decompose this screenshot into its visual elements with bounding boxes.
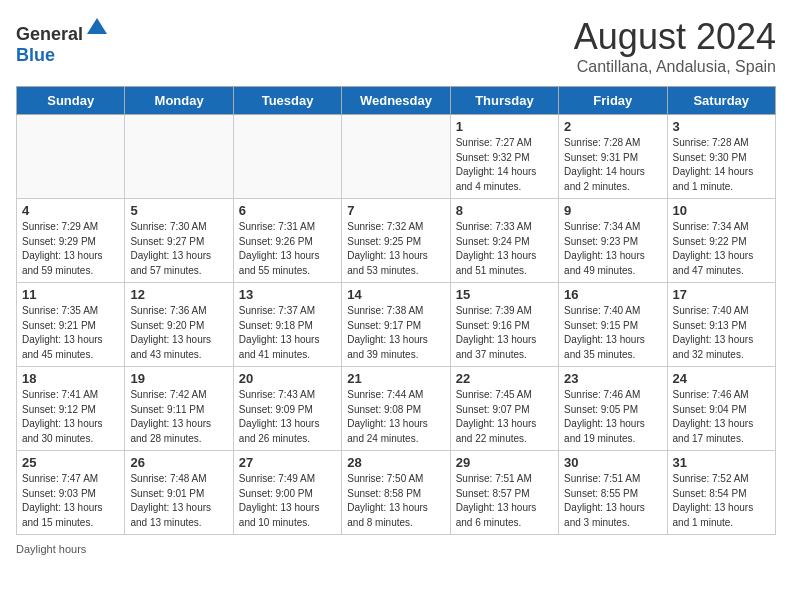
calendar-cell: 22Sunrise: 7:45 AM Sunset: 9:07 PM Dayli… <box>450 367 558 451</box>
day-number: 19 <box>130 371 227 386</box>
day-number: 10 <box>673 203 770 218</box>
calendar-cell: 28Sunrise: 7:50 AM Sunset: 8:58 PM Dayli… <box>342 451 450 535</box>
day-number: 23 <box>564 371 661 386</box>
calendar-cell: 12Sunrise: 7:36 AM Sunset: 9:20 PM Dayli… <box>125 283 233 367</box>
calendar-day-header: Thursday <box>450 87 558 115</box>
calendar-cell: 26Sunrise: 7:48 AM Sunset: 9:01 PM Dayli… <box>125 451 233 535</box>
day-info: Sunrise: 7:30 AM Sunset: 9:27 PM Dayligh… <box>130 220 227 278</box>
calendar-cell: 27Sunrise: 7:49 AM Sunset: 9:00 PM Dayli… <box>233 451 341 535</box>
title-section: August 2024 Cantillana, Andalusia, Spain <box>574 16 776 76</box>
day-number: 5 <box>130 203 227 218</box>
calendar-day-header: Wednesday <box>342 87 450 115</box>
day-number: 15 <box>456 287 553 302</box>
day-number: 12 <box>130 287 227 302</box>
location: Cantillana, Andalusia, Spain <box>574 58 776 76</box>
day-info: Sunrise: 7:51 AM Sunset: 8:55 PM Dayligh… <box>564 472 661 530</box>
calendar-week-row: 1Sunrise: 7:27 AM Sunset: 9:32 PM Daylig… <box>17 115 776 199</box>
day-number: 20 <box>239 371 336 386</box>
calendar-cell: 5Sunrise: 7:30 AM Sunset: 9:27 PM Daylig… <box>125 199 233 283</box>
day-info: Sunrise: 7:38 AM Sunset: 9:17 PM Dayligh… <box>347 304 444 362</box>
calendar-cell: 14Sunrise: 7:38 AM Sunset: 9:17 PM Dayli… <box>342 283 450 367</box>
logo-general: General <box>16 24 83 44</box>
calendar-cell: 31Sunrise: 7:52 AM Sunset: 8:54 PM Dayli… <box>667 451 775 535</box>
day-info: Sunrise: 7:36 AM Sunset: 9:20 PM Dayligh… <box>130 304 227 362</box>
day-info: Sunrise: 7:33 AM Sunset: 9:24 PM Dayligh… <box>456 220 553 278</box>
day-info: Sunrise: 7:41 AM Sunset: 9:12 PM Dayligh… <box>22 388 119 446</box>
calendar-cell: 30Sunrise: 7:51 AM Sunset: 8:55 PM Dayli… <box>559 451 667 535</box>
day-number: 4 <box>22 203 119 218</box>
day-number: 29 <box>456 455 553 470</box>
day-number: 27 <box>239 455 336 470</box>
calendar-day-header: Monday <box>125 87 233 115</box>
day-info: Sunrise: 7:43 AM Sunset: 9:09 PM Dayligh… <box>239 388 336 446</box>
calendar-cell: 17Sunrise: 7:40 AM Sunset: 9:13 PM Dayli… <box>667 283 775 367</box>
calendar-week-row: 18Sunrise: 7:41 AM Sunset: 9:12 PM Dayli… <box>17 367 776 451</box>
day-number: 9 <box>564 203 661 218</box>
calendar-day-header: Friday <box>559 87 667 115</box>
day-info: Sunrise: 7:37 AM Sunset: 9:18 PM Dayligh… <box>239 304 336 362</box>
day-number: 6 <box>239 203 336 218</box>
calendar-cell: 4Sunrise: 7:29 AM Sunset: 9:29 PM Daylig… <box>17 199 125 283</box>
calendar-cell: 13Sunrise: 7:37 AM Sunset: 9:18 PM Dayli… <box>233 283 341 367</box>
month-year: August 2024 <box>574 16 776 58</box>
day-number: 25 <box>22 455 119 470</box>
calendar-cell: 20Sunrise: 7:43 AM Sunset: 9:09 PM Dayli… <box>233 367 341 451</box>
day-info: Sunrise: 7:31 AM Sunset: 9:26 PM Dayligh… <box>239 220 336 278</box>
day-info: Sunrise: 7:48 AM Sunset: 9:01 PM Dayligh… <box>130 472 227 530</box>
calendar-cell: 19Sunrise: 7:42 AM Sunset: 9:11 PM Dayli… <box>125 367 233 451</box>
calendar-cell: 6Sunrise: 7:31 AM Sunset: 9:26 PM Daylig… <box>233 199 341 283</box>
footer: Daylight hours <box>16 543 776 555</box>
calendar-cell <box>125 115 233 199</box>
calendar-week-row: 4Sunrise: 7:29 AM Sunset: 9:29 PM Daylig… <box>17 199 776 283</box>
day-number: 11 <box>22 287 119 302</box>
calendar-cell <box>233 115 341 199</box>
logo-text: General Blue <box>16 16 109 66</box>
svg-marker-0 <box>87 18 107 34</box>
calendar-cell: 29Sunrise: 7:51 AM Sunset: 8:57 PM Dayli… <box>450 451 558 535</box>
day-number: 7 <box>347 203 444 218</box>
day-info: Sunrise: 7:46 AM Sunset: 9:04 PM Dayligh… <box>673 388 770 446</box>
calendar-cell: 7Sunrise: 7:32 AM Sunset: 9:25 PM Daylig… <box>342 199 450 283</box>
day-number: 31 <box>673 455 770 470</box>
day-info: Sunrise: 7:52 AM Sunset: 8:54 PM Dayligh… <box>673 472 770 530</box>
day-info: Sunrise: 7:28 AM Sunset: 9:30 PM Dayligh… <box>673 136 770 194</box>
day-number: 17 <box>673 287 770 302</box>
day-info: Sunrise: 7:29 AM Sunset: 9:29 PM Dayligh… <box>22 220 119 278</box>
calendar-cell: 24Sunrise: 7:46 AM Sunset: 9:04 PM Dayli… <box>667 367 775 451</box>
day-number: 24 <box>673 371 770 386</box>
calendar-day-header: Tuesday <box>233 87 341 115</box>
day-info: Sunrise: 7:45 AM Sunset: 9:07 PM Dayligh… <box>456 388 553 446</box>
day-info: Sunrise: 7:32 AM Sunset: 9:25 PM Dayligh… <box>347 220 444 278</box>
day-info: Sunrise: 7:27 AM Sunset: 9:32 PM Dayligh… <box>456 136 553 194</box>
day-number: 18 <box>22 371 119 386</box>
day-info: Sunrise: 7:28 AM Sunset: 9:31 PM Dayligh… <box>564 136 661 194</box>
calendar-cell: 3Sunrise: 7:28 AM Sunset: 9:30 PM Daylig… <box>667 115 775 199</box>
logo: General Blue <box>16 16 109 66</box>
logo-blue: Blue <box>16 45 55 65</box>
page-header: General Blue August 2024 Cantillana, And… <box>16 16 776 76</box>
calendar-cell: 16Sunrise: 7:40 AM Sunset: 9:15 PM Dayli… <box>559 283 667 367</box>
day-info: Sunrise: 7:49 AM Sunset: 9:00 PM Dayligh… <box>239 472 336 530</box>
day-number: 14 <box>347 287 444 302</box>
day-number: 3 <box>673 119 770 134</box>
day-info: Sunrise: 7:51 AM Sunset: 8:57 PM Dayligh… <box>456 472 553 530</box>
day-number: 8 <box>456 203 553 218</box>
calendar-cell: 10Sunrise: 7:34 AM Sunset: 9:22 PM Dayli… <box>667 199 775 283</box>
day-info: Sunrise: 7:50 AM Sunset: 8:58 PM Dayligh… <box>347 472 444 530</box>
calendar-cell: 21Sunrise: 7:44 AM Sunset: 9:08 PM Dayli… <box>342 367 450 451</box>
calendar-cell: 23Sunrise: 7:46 AM Sunset: 9:05 PM Dayli… <box>559 367 667 451</box>
calendar-cell <box>17 115 125 199</box>
day-number: 21 <box>347 371 444 386</box>
day-number: 2 <box>564 119 661 134</box>
day-info: Sunrise: 7:46 AM Sunset: 9:05 PM Dayligh… <box>564 388 661 446</box>
calendar-cell: 1Sunrise: 7:27 AM Sunset: 9:32 PM Daylig… <box>450 115 558 199</box>
day-info: Sunrise: 7:34 AM Sunset: 9:22 PM Dayligh… <box>673 220 770 278</box>
calendar-cell: 25Sunrise: 7:47 AM Sunset: 9:03 PM Dayli… <box>17 451 125 535</box>
logo-icon <box>85 16 109 40</box>
day-number: 1 <box>456 119 553 134</box>
calendar-cell: 15Sunrise: 7:39 AM Sunset: 9:16 PM Dayli… <box>450 283 558 367</box>
calendar-cell: 2Sunrise: 7:28 AM Sunset: 9:31 PM Daylig… <box>559 115 667 199</box>
calendar-cell: 11Sunrise: 7:35 AM Sunset: 9:21 PM Dayli… <box>17 283 125 367</box>
day-info: Sunrise: 7:40 AM Sunset: 9:15 PM Dayligh… <box>564 304 661 362</box>
calendar-day-header: Sunday <box>17 87 125 115</box>
